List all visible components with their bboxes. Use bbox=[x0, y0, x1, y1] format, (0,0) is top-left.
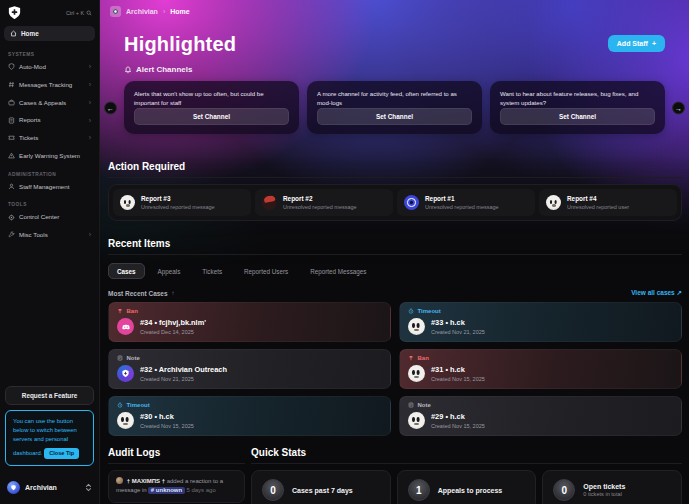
action-required-section: Action Required Report #3 Unresolved rep… bbox=[100, 161, 689, 221]
external-link-icon: ↗ bbox=[677, 289, 682, 296]
case-card[interactable]: Timeout #33 • h.ck Created Nov 21, 2025 bbox=[399, 302, 682, 342]
case-avatar bbox=[408, 365, 425, 382]
breadcrumb-app-icon bbox=[110, 6, 121, 17]
chevron-right-icon: › bbox=[89, 99, 91, 106]
request-feature-button[interactable]: Request a Feature bbox=[5, 386, 94, 405]
shield-icon bbox=[10, 484, 17, 491]
add-staff-label: Add Staff bbox=[617, 40, 648, 47]
hash-icon bbox=[8, 81, 15, 88]
sidebar-item-tickets[interactable]: Tickets › bbox=[0, 129, 99, 147]
timeout-clock-icon bbox=[408, 308, 414, 314]
page-title: Highlighted bbox=[124, 33, 236, 56]
case-card[interactable]: Timeout #30 • h.ck Created Nov 15, 2025 bbox=[108, 396, 391, 436]
case-date: Created Nov 15, 2025 bbox=[431, 376, 485, 382]
note-memo-icon bbox=[408, 402, 414, 408]
tab-tickets[interactable]: Tickets bbox=[193, 263, 231, 279]
app-window: Ctrl + K Home SYSTEMS Auto-Mod › Message… bbox=[0, 0, 689, 504]
sidebar-item-label: Reports bbox=[19, 116, 85, 124]
alert-card-text: Alerts that won't show up too often, but… bbox=[134, 89, 289, 108]
cases-grid: Ban #34 • fcjhvj,bk.nlm' Created Dec 14,… bbox=[108, 302, 682, 436]
gear-icon bbox=[8, 214, 15, 221]
tab-cases[interactable]: Cases bbox=[108, 263, 145, 279]
view-all-cases-link[interactable]: View all cases ↗ bbox=[631, 289, 682, 297]
recent-items-section: Recent Items Cases Appeals Tickets Repor… bbox=[100, 238, 689, 436]
sidebar-item-home[interactable]: Home bbox=[4, 26, 95, 41]
plus-icon: + bbox=[652, 40, 656, 47]
audit-logs-column: Audit Logs † ΜΑΧΙΜΠS † added a reaction … bbox=[108, 447, 245, 504]
section-title: Recent Items bbox=[108, 238, 682, 249]
case-date: Created Nov 15, 2025 bbox=[140, 423, 194, 429]
report-card[interactable]: Report #1 Unresolved reported message bbox=[397, 189, 535, 216]
case-card[interactable]: Ban #31 • h.ck Created Nov 15, 2025 bbox=[399, 349, 682, 389]
server-avatar bbox=[7, 481, 20, 494]
set-channel-button[interactable]: Set Channel bbox=[134, 108, 289, 125]
alert-channels-carousel: ← → Alerts that won't show up too often,… bbox=[124, 81, 665, 134]
case-title: #32 • Archivian Outreach bbox=[140, 365, 227, 374]
quick-stats-column: Quick Stats 0 Cases past 7 days 1 Appeal… bbox=[251, 447, 682, 504]
stat-card-appeals-to-process[interactable]: 1 Appeals to process bbox=[397, 470, 537, 504]
case-type-label: Timeout bbox=[418, 308, 441, 314]
sidebar-item-label: Auto-Mod bbox=[19, 63, 85, 71]
case-title: #29 • h.ck bbox=[431, 412, 485, 421]
chevron-right-icon: › bbox=[89, 63, 91, 70]
case-card[interactable]: Ban #34 • fcjhvj,bk.nlm' Created Dec 14,… bbox=[108, 302, 391, 342]
report-card[interactable]: Report #4 Unresolved reported user bbox=[539, 189, 677, 216]
case-type-label: Timeout bbox=[127, 402, 150, 408]
sidebar-item-control-center[interactable]: Control Center bbox=[0, 208, 99, 226]
command-palette-shortcut[interactable]: Ctrl + K bbox=[66, 10, 92, 16]
case-date: Created Dec 14, 2025 bbox=[140, 329, 206, 335]
add-staff-button[interactable]: Add Staff + bbox=[608, 35, 665, 52]
breadcrumb-separator: › bbox=[163, 8, 165, 15]
sidebar-item-reports[interactable]: Reports › bbox=[0, 111, 99, 129]
report-title: Report #4 bbox=[567, 195, 629, 202]
view-all-label: View all cases bbox=[631, 289, 675, 296]
stat-card-cases-past-7-days[interactable]: 0 Cases past 7 days bbox=[251, 470, 391, 504]
sidebar-item-misc-tools[interactable]: Misc Tools › bbox=[0, 226, 99, 244]
bottom-section: Audit Logs † ΜΑΧΙΜΠS † added a reaction … bbox=[100, 447, 689, 504]
alert-card-text: A more channel for activity feed, often … bbox=[317, 89, 472, 108]
case-type-label: Note bbox=[127, 355, 140, 361]
audit-channel-mention[interactable]: # unknown bbox=[148, 487, 184, 494]
sort-arrow-icon[interactable]: ↑ bbox=[172, 290, 175, 296]
section-title: Quick Stats bbox=[251, 447, 682, 458]
sidebar-item-staff-management[interactable]: Staff Management bbox=[0, 178, 99, 196]
case-avatar bbox=[117, 412, 134, 429]
breadcrumb-page[interactable]: Home bbox=[170, 8, 189, 15]
tab-reported-messages[interactable]: Reported Messages bbox=[301, 263, 375, 279]
recent-items-tabs: Cases Appeals Tickets Reported Users Rep… bbox=[108, 263, 682, 279]
carousel-next-button[interactable]: → bbox=[672, 101, 685, 114]
sidebar-item-label: Tickets bbox=[19, 134, 85, 142]
alert-channels-label: Alert Channels bbox=[136, 65, 192, 74]
search-icon bbox=[86, 10, 92, 16]
shield-icon bbox=[8, 63, 15, 70]
sidebar-item-messages-tracking[interactable]: Messages Tracking › bbox=[0, 76, 99, 94]
server-switcher[interactable]: Archivian bbox=[0, 471, 99, 504]
tab-appeals[interactable]: Appeals bbox=[149, 263, 190, 279]
report-card[interactable]: Report #3 Unresolved reported message bbox=[113, 189, 251, 216]
case-date: Created Nov 15, 2025 bbox=[431, 423, 485, 429]
breadcrumb-app[interactable]: Archivian bbox=[126, 8, 158, 15]
sidebar-item-cases-appeals[interactable]: Cases & Appeals › bbox=[0, 94, 99, 112]
divider bbox=[108, 254, 682, 255]
chevron-right-icon: › bbox=[89, 81, 91, 88]
audit-log-entry[interactable]: † ΜΑΧΙΜΠS † added a reaction to a messag… bbox=[108, 470, 245, 503]
case-avatar bbox=[117, 365, 134, 382]
sidebar-item-auto-mod[interactable]: Auto-Mod › bbox=[0, 58, 99, 76]
stat-card-open-tickets[interactable]: 0 Open tickets 0 tickets in total bbox=[542, 470, 682, 504]
case-card[interactable]: Note #32 • Archivian Outreach Created No… bbox=[108, 349, 391, 389]
sidebar-section-systems: SYSTEMS bbox=[8, 52, 91, 57]
tip-callout: You can use the button below to switch b… bbox=[5, 410, 94, 466]
set-channel-button[interactable]: Set Channel bbox=[317, 108, 472, 125]
arrow-right-icon: → bbox=[675, 104, 682, 111]
report-card[interactable]: Report #2 Unresolved reported message bbox=[255, 189, 393, 216]
user-emoji-avatar bbox=[116, 477, 123, 484]
set-channel-button[interactable]: Set Channel bbox=[500, 108, 655, 125]
main-content: Archivian › Home Highlighted Add Staff + bbox=[100, 0, 689, 504]
sidebar-section-administration: ADMINISTRATION bbox=[8, 172, 91, 177]
carousel-prev-button[interactable]: ← bbox=[104, 101, 117, 114]
tab-reported-users[interactable]: Reported Users bbox=[235, 263, 297, 279]
sidebar-item-early-warning-system[interactable]: Early Warning System bbox=[0, 147, 99, 165]
breadcrumb: Archivian › Home bbox=[100, 0, 689, 22]
case-card[interactable]: Note #29 • h.ck Created Nov 15, 2025 bbox=[399, 396, 682, 436]
close-tip-button[interactable]: Close Tip bbox=[44, 448, 79, 459]
